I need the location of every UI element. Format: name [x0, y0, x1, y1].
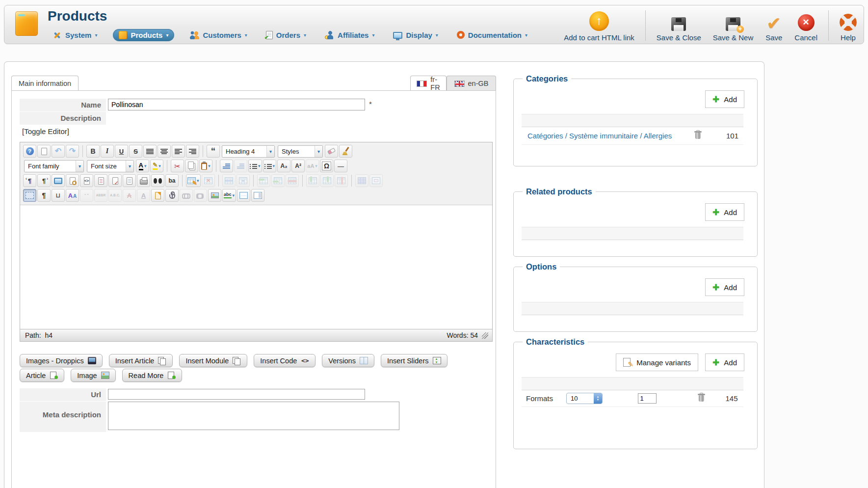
- toggle-editor-link[interactable]: [Toggle Editor]: [22, 127, 69, 136]
- remove-format-icon[interactable]: [325, 145, 338, 158]
- insert-template-icon[interactable]: [151, 189, 164, 202]
- insert-col-before-icon[interactable]: [306, 174, 319, 187]
- help-button[interactable]: Help: [839, 9, 858, 42]
- unlink-icon[interactable]: [180, 189, 193, 202]
- justify-left-icon[interactable]: [172, 145, 185, 158]
- validate-icon[interactable]: [108, 174, 122, 187]
- unordered-list-icon[interactable]: ▾: [263, 160, 277, 172]
- cut-icon[interactable]: ✂: [171, 160, 184, 172]
- new-document-icon[interactable]: [37, 145, 51, 158]
- related-products-add-button[interactable]: ✚ Add: [705, 203, 744, 221]
- menu-documentation[interactable]: Documentation ▾: [454, 29, 530, 41]
- translate-icon[interactable]: ba: [165, 174, 179, 187]
- abbreviation-icon[interactable]: ABBR: [94, 189, 107, 202]
- blockquote-icon[interactable]: “: [207, 145, 220, 158]
- versions-button[interactable]: Versions: [322, 354, 374, 367]
- indent-icon[interactable]: [220, 160, 233, 172]
- paste-icon[interactable]: ▾: [199, 160, 212, 172]
- font-select-icon[interactable]: A: [66, 189, 79, 202]
- justify-right-icon[interactable]: [186, 145, 199, 158]
- menu-display[interactable]: Display ▾: [390, 29, 441, 41]
- ins-element-icon[interactable]: A: [137, 189, 150, 202]
- insert-article-button[interactable]: Insert Article: [109, 354, 173, 367]
- image-icon[interactable]: [208, 189, 221, 202]
- row-properties-icon[interactable]: [222, 174, 236, 187]
- undo-icon[interactable]: ↶: [52, 145, 65, 158]
- redo-icon[interactable]: ↷: [66, 145, 79, 158]
- preview-icon[interactable]: [52, 174, 65, 187]
- insert-table-icon[interactable]: ▾: [186, 174, 201, 187]
- save-close-button[interactable]: Save & Close: [656, 9, 702, 42]
- justify-full-icon[interactable]: [143, 145, 157, 158]
- category-link[interactable]: Catégories / Système immunitaire / Aller…: [527, 127, 672, 144]
- options-add-button[interactable]: ✚ Add: [705, 278, 744, 296]
- show-blocks-icon[interactable]: ¶: [37, 189, 51, 202]
- tab-lang-fr[interactable]: fr-FR: [410, 76, 447, 91]
- manage-variants-button[interactable]: Manage variants: [616, 353, 698, 371]
- meta-description-textarea[interactable]: [108, 402, 399, 430]
- font-size-select[interactable]: Font size▾: [87, 160, 134, 172]
- ordered-list-icon[interactable]: ▾: [248, 160, 262, 172]
- visual-aid-icon[interactable]: [23, 189, 36, 202]
- styles-select[interactable]: Styles▾: [278, 145, 323, 158]
- save-new-button[interactable]: + Save & New: [712, 9, 755, 42]
- underline-icon[interactable]: U: [115, 145, 128, 158]
- superscript-icon[interactable]: A²: [291, 160, 305, 172]
- del-element-icon[interactable]: A: [123, 189, 136, 202]
- bold-icon[interactable]: B: [86, 145, 100, 158]
- cancel-button[interactable]: Cancel: [793, 9, 818, 42]
- insert-row-after-icon[interactable]: [271, 174, 285, 187]
- resize-grip[interactable]: [482, 332, 488, 339]
- image-button[interactable]: Image: [71, 369, 115, 382]
- print-icon[interactable]: [137, 174, 150, 187]
- snippet-icon[interactable]: [94, 174, 107, 187]
- text-color-icon[interactable]: A▾: [136, 160, 149, 172]
- name-input[interactable]: [108, 99, 365, 110]
- outdent-icon[interactable]: [234, 160, 247, 172]
- url-input[interactable]: [108, 389, 365, 400]
- format-select[interactable]: Heading 4▾: [222, 145, 275, 158]
- categories-add-button[interactable]: ✚ Add: [705, 90, 744, 108]
- find-replace-icon[interactable]: [151, 174, 164, 187]
- cleanup-icon[interactable]: [339, 145, 352, 158]
- copy-icon[interactable]: [185, 160, 198, 172]
- special-character-icon[interactable]: Ω: [320, 160, 333, 172]
- spellcheck-icon[interactable]: abc▾: [222, 189, 236, 202]
- menu-orders[interactable]: Orders ▾: [263, 29, 309, 41]
- menu-products[interactable]: Products ▾: [113, 29, 174, 41]
- merge-cells-icon[interactable]: [369, 174, 383, 187]
- justify-center-icon[interactable]: [158, 145, 171, 158]
- quotes-icon[interactable]: “ ”: [80, 189, 93, 202]
- insert-sliders-button[interactable]: Insert Sliders: [381, 354, 447, 367]
- menu-affiliates[interactable]: Affiliates ▾: [322, 29, 377, 41]
- highlight-color-icon[interactable]: ✎▾: [150, 160, 163, 172]
- strikethrough-icon[interactable]: S: [129, 145, 142, 158]
- source-code-icon[interactable]: [80, 174, 93, 187]
- header-footer-icon[interactable]: [237, 189, 250, 202]
- cell-properties-icon[interactable]: [237, 174, 250, 187]
- link-icon[interactable]: [194, 189, 207, 202]
- tab-main-information[interactable]: Main information: [11, 76, 79, 91]
- document-properties-icon[interactable]: [66, 174, 79, 187]
- add-to-cart-html-link-button[interactable]: Add to cart HTML link: [563, 9, 635, 42]
- menu-customers[interactable]: Customers ▾: [187, 29, 250, 41]
- characteristics-add-button[interactable]: ✚ Add: [705, 353, 744, 371]
- ltr-icon[interactable]: ¶: [23, 174, 36, 187]
- tab-lang-en[interactable]: en-GB: [447, 76, 496, 91]
- editor-content[interactable]: [20, 205, 492, 329]
- category-delete-button[interactable]: [693, 131, 703, 141]
- default-value-select[interactable]: 10 ▲▼: [566, 393, 603, 404]
- delete-col-icon[interactable]: [335, 174, 348, 187]
- rtl-icon[interactable]: ¶: [37, 174, 51, 187]
- case-change-icon[interactable]: aA▾: [306, 160, 319, 172]
- template-icon[interactable]: [123, 174, 136, 187]
- visual-chars-icon[interactable]: ⊔: [52, 189, 65, 202]
- menu-system[interactable]: System ▾: [50, 29, 100, 41]
- images-droppics-button[interactable]: Images - Droppics: [20, 354, 103, 367]
- characteristic-delete-button[interactable]: [697, 393, 706, 404]
- italic-icon[interactable]: I: [101, 145, 114, 158]
- insert-row-before-icon[interactable]: [257, 174, 270, 187]
- subscript-icon[interactable]: A₂: [277, 160, 290, 172]
- editor-help-icon[interactable]: ?: [23, 145, 36, 158]
- delete-table-icon[interactable]: [202, 174, 215, 187]
